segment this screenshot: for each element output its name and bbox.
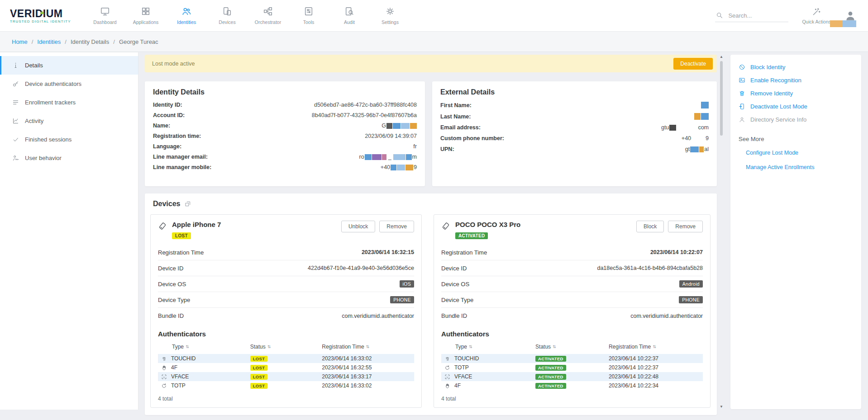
nav-item-audit[interactable]: Audit: [329, 0, 370, 32]
user-avatar[interactable]: [844, 10, 856, 22]
device-id-link[interactable]: da18ec5a-361a-4c16-b4b6-894cbafa5b28: [597, 265, 703, 271]
nav-item-identities[interactable]: Identities: [166, 0, 207, 32]
field-value: ro _ m: [359, 154, 417, 160]
redacted-block: [669, 125, 676, 131]
breadcrumb-identities[interactable]: Identities: [37, 38, 61, 45]
sort-by-time[interactable]: Registration Time⇅: [322, 344, 414, 350]
device-id-link[interactable]: 422d4b67-f10e-41a9-9e40-3e56d036e5ce: [308, 265, 414, 271]
field-label: Registration time:: [153, 133, 201, 139]
devices-link-icon[interactable]: [185, 201, 191, 207]
deactivate-lost-mode-action[interactable]: Deactivate Lost Mode: [739, 103, 853, 110]
email-address-row: Email address: gtu com: [440, 124, 709, 131]
nav-label: Devices: [219, 19, 235, 25]
sidebar-item-activity[interactable]: Activity: [0, 112, 138, 130]
sort-by-type[interactable]: Type⇅: [441, 344, 535, 350]
user-activity-icon: [12, 155, 19, 161]
redacted-block: [405, 165, 413, 170]
redacted-block: [843, 20, 856, 27]
block-device-button[interactable]: Block: [636, 221, 664, 232]
fingerprint-icon: [161, 356, 167, 362]
sort-by-time[interactable]: Registration Time⇅: [609, 344, 703, 350]
field-label: Custom phone number:: [440, 135, 504, 142]
sidebar-item-device-authenticators[interactable]: Device authenticators: [0, 75, 138, 93]
devices-section-title: Devices: [150, 198, 711, 208]
list-icon: [12, 99, 19, 106]
hand-icon: [444, 383, 450, 389]
nav-item-orchestrator[interactable]: Orchestrator: [248, 0, 288, 32]
scroll-up-arrow[interactable]: ▲: [719, 55, 724, 59]
identity-actions-panel: Block Identity Enable Recognition Remove…: [730, 55, 861, 409]
action-label: Remove Identity: [750, 90, 793, 97]
field-value: gtu com: [661, 124, 709, 131]
nav-item-settings[interactable]: Settings: [370, 0, 410, 32]
upn-row: UPN: gt al: [440, 146, 709, 152]
photo-icon: [739, 77, 745, 84]
audit-icon: [344, 6, 354, 16]
line-manager-email-row: Line manager email: ro _ m: [153, 154, 417, 160]
status-badge: ACTIVATED: [535, 365, 566, 371]
quick-actions-button[interactable]: Quick Actions: [802, 7, 831, 24]
block-identity-action[interactable]: Block Identity: [739, 64, 853, 71]
remove-device-button[interactable]: Remove: [379, 221, 414, 232]
enable-recognition-action[interactable]: Enable Recognition: [739, 77, 853, 84]
configure-lost-mode-link[interactable]: Configure Lost Mode: [746, 150, 853, 156]
nav-item-dashboard[interactable]: Dashboard: [85, 0, 125, 32]
see-more-heading: See More: [739, 136, 853, 142]
authenticator-row: 4F LOST 2023/06/14 16:32:55: [158, 363, 414, 372]
trash-icon: [739, 90, 745, 97]
redacted-gap: [677, 127, 697, 128]
field-label: Device Type: [441, 297, 473, 303]
device-type-row: Device Type PHONE: [158, 292, 414, 308]
nav-item-tools[interactable]: Tools: [288, 0, 329, 32]
remove-device-button[interactable]: Remove: [668, 221, 703, 232]
sidebar-item-enrollment-trackers[interactable]: Enrollment trackers: [0, 93, 138, 112]
search-input[interactable]: [727, 12, 781, 19]
remove-identity-action[interactable]: Remove Identity: [739, 90, 853, 97]
device-fields: Registration Time 2023/06/14 10:22:07 De…: [441, 245, 703, 324]
device-status-badge: LOST: [172, 232, 191, 239]
field-label: Email address:: [440, 124, 481, 131]
sort-by-status[interactable]: Status⇅: [250, 344, 322, 350]
line-manager-mobile-row: Line manager mobile: +40 9: [153, 164, 417, 170]
breadcrumb-home[interactable]: Home: [12, 38, 28, 45]
manage-active-enrollments-link[interactable]: Manage Active Enrollments: [746, 164, 853, 170]
device-cards-row: Apple iPhone 7 LOST Unblock Remove Regis…: [150, 214, 711, 408]
device-os-row: Device OS Android: [441, 276, 703, 292]
authenticator-row: TOTP ACTIVATED 2023/06/14 10:22:37: [441, 363, 703, 372]
veridium-logo[interactable]: VERIDIUM TRUSTED DIGITAL IDENTITY: [0, 8, 79, 24]
sort-by-status[interactable]: Status⇅: [535, 344, 609, 350]
sidebar-item-details[interactable]: Details: [0, 56, 138, 75]
applications-icon: [141, 6, 151, 16]
orchestrator-icon: [263, 6, 273, 16]
devices-section: Devices Apple iPhone 7 LOST Unblock Remo…: [145, 193, 717, 415]
field-value: gt al: [685, 146, 709, 152]
nav-label: Audit: [344, 19, 355, 25]
sort-icon: ⇅: [366, 344, 370, 349]
main-scrollbar: ▲ ▼: [719, 55, 724, 409]
scrollbar-thumb[interactable]: [720, 61, 723, 136]
scroll-down-arrow[interactable]: ▼: [719, 405, 724, 409]
sidebar-item-label: Activity: [25, 118, 43, 124]
field-label: Device ID: [158, 265, 183, 272]
external-details-card: External Details First Name: Last Name: …: [432, 81, 717, 186]
sidebar-item-user-behavior[interactable]: User behavior: [0, 149, 138, 167]
field-value: G: [382, 123, 417, 129]
os-badge: Android: [679, 280, 703, 288]
directory-service-info-action: Directory Service Info: [739, 116, 853, 123]
block-icon: [739, 64, 745, 71]
nav-item-applications[interactable]: Applications: [125, 0, 166, 32]
details-cards-row: Identity Details Identity ID: d506ebd7-a…: [145, 81, 717, 186]
field-label: Account ID:: [153, 112, 185, 118]
redacted-block: [365, 154, 372, 160]
nav-item-devices[interactable]: Devices: [207, 0, 248, 32]
field-label: Language:: [153, 143, 181, 150]
search-icon[interactable]: [716, 12, 723, 19]
identities-icon: [181, 6, 191, 16]
field-label: First Name:: [440, 102, 472, 109]
field-value: com.veridiumid.authenticator: [342, 313, 414, 319]
unblock-device-button[interactable]: Unblock: [341, 221, 375, 232]
deactivate-lost-mode-button[interactable]: Deactivate: [673, 58, 713, 70]
device-header: POCO POCO X3 Pro ACTIVATED Block Remove: [441, 221, 703, 239]
sort-by-type[interactable]: Type⇅: [158, 344, 250, 350]
sidebar-item-finished-sessions[interactable]: Finished sessions: [0, 130, 138, 149]
